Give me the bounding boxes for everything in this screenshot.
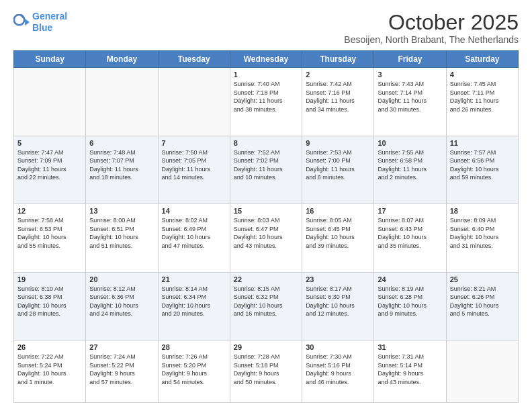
- day-number: 12: [17, 207, 82, 215]
- weekday-header-monday: Monday: [86, 51, 158, 68]
- day-number: 22: [234, 275, 298, 283]
- day-number: 5: [17, 139, 82, 147]
- day-cell: 6Sunrise: 7:48 AM Sunset: 7:07 PM Daylig…: [86, 136, 158, 203]
- day-info: Sunrise: 7:22 AM Sunset: 5:24 PM Dayligh…: [17, 353, 82, 386]
- day-number: 25: [450, 275, 515, 283]
- day-cell: 25Sunrise: 8:21 AM Sunset: 6:26 PM Dayli…: [446, 272, 518, 340]
- day-number: 16: [306, 207, 370, 215]
- day-cell: 8Sunrise: 7:52 AM Sunset: 7:02 PM Daylig…: [230, 136, 302, 203]
- weekday-header-sunday: Sunday: [14, 51, 86, 68]
- day-number: 21: [162, 275, 226, 283]
- day-info: Sunrise: 7:31 AM Sunset: 5:14 PM Dayligh…: [378, 353, 442, 386]
- day-cell: 13Sunrise: 8:00 AM Sunset: 6:51 PM Dayli…: [86, 204, 158, 272]
- page: General Blue October 2025 Besoijen, Nort…: [0, 0, 532, 411]
- week-row-3: 12Sunrise: 7:58 AM Sunset: 6:53 PM Dayli…: [14, 204, 519, 272]
- day-info: Sunrise: 7:50 AM Sunset: 7:05 PM Dayligh…: [162, 148, 226, 182]
- day-cell: 24Sunrise: 8:19 AM Sunset: 6:28 PM Dayli…: [374, 272, 446, 340]
- day-number: 9: [306, 139, 370, 147]
- day-cell: 4Sunrise: 7:45 AM Sunset: 7:11 PM Daylig…: [446, 68, 518, 136]
- day-cell: 9Sunrise: 7:53 AM Sunset: 7:00 PM Daylig…: [302, 136, 374, 203]
- day-number: 13: [89, 207, 154, 215]
- day-cell: 3Sunrise: 7:43 AM Sunset: 7:14 PM Daylig…: [374, 68, 446, 136]
- day-info: Sunrise: 8:15 AM Sunset: 6:32 PM Dayligh…: [234, 285, 298, 318]
- day-cell: 28Sunrise: 7:26 AM Sunset: 5:20 PM Dayli…: [158, 340, 230, 402]
- logo-icon: [13, 14, 30, 30]
- day-info: Sunrise: 7:42 AM Sunset: 7:16 PM Dayligh…: [306, 80, 370, 113]
- day-cell: 31Sunrise: 7:31 AM Sunset: 5:14 PM Dayli…: [374, 340, 446, 402]
- day-cell: 17Sunrise: 8:07 AM Sunset: 6:43 PM Dayli…: [374, 204, 446, 272]
- day-cell: 20Sunrise: 8:12 AM Sunset: 6:36 PM Dayli…: [86, 272, 158, 340]
- day-number: 8: [234, 139, 298, 147]
- day-cell: 14Sunrise: 8:02 AM Sunset: 6:49 PM Dayli…: [158, 204, 230, 272]
- day-number: 15: [234, 207, 298, 215]
- day-number: 10: [378, 139, 442, 147]
- day-info: Sunrise: 7:28 AM Sunset: 5:18 PM Dayligh…: [234, 353, 298, 386]
- weekday-header-wednesday: Wednesday: [230, 51, 302, 68]
- logo-general: General: [32, 11, 67, 21]
- day-cell: 18Sunrise: 8:09 AM Sunset: 6:40 PM Dayli…: [446, 204, 518, 272]
- day-info: Sunrise: 7:45 AM Sunset: 7:11 PM Dayligh…: [450, 80, 515, 113]
- day-number: 2: [306, 71, 370, 79]
- day-number: 31: [378, 343, 442, 351]
- day-cell: [86, 68, 158, 136]
- day-cell: 11Sunrise: 7:57 AM Sunset: 6:56 PM Dayli…: [446, 136, 518, 203]
- day-number: 11: [450, 139, 515, 147]
- day-info: Sunrise: 8:09 AM Sunset: 6:40 PM Dayligh…: [450, 216, 515, 250]
- day-number: 7: [162, 139, 226, 147]
- day-number: 6: [89, 139, 154, 147]
- day-info: Sunrise: 8:03 AM Sunset: 6:47 PM Dayligh…: [234, 216, 298, 250]
- day-cell: [158, 68, 230, 136]
- day-number: 17: [378, 207, 442, 215]
- day-info: Sunrise: 8:17 AM Sunset: 6:30 PM Dayligh…: [306, 285, 370, 318]
- day-number: 26: [17, 343, 82, 351]
- day-number: 4: [450, 71, 515, 79]
- day-cell: 15Sunrise: 8:03 AM Sunset: 6:47 PM Dayli…: [230, 204, 302, 272]
- weekday-header-row: SundayMondayTuesdayWednesdayThursdayFrid…: [14, 51, 519, 68]
- day-cell: 19Sunrise: 8:10 AM Sunset: 6:38 PM Dayli…: [14, 272, 86, 340]
- day-info: Sunrise: 7:58 AM Sunset: 6:53 PM Dayligh…: [17, 216, 82, 250]
- calendar: SundayMondayTuesdayWednesdayThursdayFrid…: [13, 50, 519, 403]
- day-info: Sunrise: 8:19 AM Sunset: 6:28 PM Dayligh…: [378, 285, 442, 318]
- day-info: Sunrise: 8:07 AM Sunset: 6:43 PM Dayligh…: [378, 216, 442, 250]
- day-cell: 22Sunrise: 8:15 AM Sunset: 6:32 PM Dayli…: [230, 272, 302, 340]
- day-number: 27: [89, 343, 154, 351]
- day-number: 24: [378, 275, 442, 283]
- day-cell: 10Sunrise: 7:55 AM Sunset: 6:58 PM Dayli…: [374, 136, 446, 203]
- day-info: Sunrise: 8:12 AM Sunset: 6:36 PM Dayligh…: [89, 285, 154, 318]
- week-row-4: 19Sunrise: 8:10 AM Sunset: 6:38 PM Dayli…: [14, 272, 519, 340]
- day-info: Sunrise: 7:26 AM Sunset: 5:20 PM Dayligh…: [162, 353, 226, 386]
- day-info: Sunrise: 7:43 AM Sunset: 7:14 PM Dayligh…: [378, 80, 442, 113]
- day-info: Sunrise: 7:24 AM Sunset: 5:22 PM Dayligh…: [89, 353, 154, 386]
- day-number: 19: [17, 275, 82, 283]
- week-row-2: 5Sunrise: 7:47 AM Sunset: 7:09 PM Daylig…: [14, 136, 519, 203]
- day-cell: [14, 68, 86, 136]
- day-info: Sunrise: 7:30 AM Sunset: 5:16 PM Dayligh…: [306, 353, 370, 386]
- weekday-header-friday: Friday: [374, 51, 446, 68]
- day-number: 20: [89, 275, 154, 283]
- day-info: Sunrise: 7:53 AM Sunset: 7:00 PM Dayligh…: [306, 148, 370, 182]
- day-info: Sunrise: 8:05 AM Sunset: 6:45 PM Dayligh…: [306, 216, 370, 250]
- day-cell: 1Sunrise: 7:40 AM Sunset: 7:18 PM Daylig…: [230, 68, 302, 136]
- day-cell: 16Sunrise: 8:05 AM Sunset: 6:45 PM Dayli…: [302, 204, 374, 272]
- month-title: October 2025: [344, 11, 519, 34]
- logo-blue: Blue: [32, 22, 52, 33]
- day-info: Sunrise: 7:40 AM Sunset: 7:18 PM Dayligh…: [234, 80, 298, 113]
- day-cell: 26Sunrise: 7:22 AM Sunset: 5:24 PM Dayli…: [14, 340, 86, 402]
- day-cell: [446, 340, 518, 402]
- logo: General Blue: [13, 11, 67, 34]
- day-number: 30: [306, 343, 370, 351]
- day-info: Sunrise: 8:00 AM Sunset: 6:51 PM Dayligh…: [89, 216, 154, 250]
- day-info: Sunrise: 7:55 AM Sunset: 6:58 PM Dayligh…: [378, 148, 442, 182]
- day-cell: 12Sunrise: 7:58 AM Sunset: 6:53 PM Dayli…: [14, 204, 86, 272]
- day-info: Sunrise: 8:21 AM Sunset: 6:26 PM Dayligh…: [450, 285, 515, 318]
- day-cell: 7Sunrise: 7:50 AM Sunset: 7:05 PM Daylig…: [158, 136, 230, 203]
- svg-marker-1: [25, 19, 30, 26]
- title-block: October 2025 Besoijen, North Brabant, Th…: [344, 11, 519, 45]
- day-number: 14: [162, 207, 226, 215]
- logo-text: General Blue: [32, 11, 67, 34]
- day-number: 28: [162, 343, 226, 351]
- day-cell: 29Sunrise: 7:28 AM Sunset: 5:18 PM Dayli…: [230, 340, 302, 402]
- day-info: Sunrise: 8:14 AM Sunset: 6:34 PM Dayligh…: [162, 285, 226, 318]
- day-info: Sunrise: 7:57 AM Sunset: 6:56 PM Dayligh…: [450, 148, 515, 182]
- weekday-header-saturday: Saturday: [446, 51, 518, 68]
